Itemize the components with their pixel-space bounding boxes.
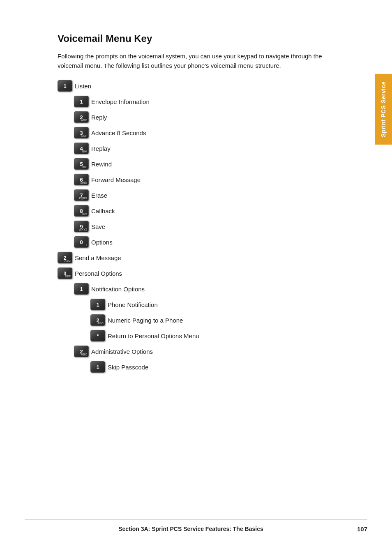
key-button: *	[90, 330, 105, 341]
menu-label: Return to Personal Options Menu	[108, 332, 199, 339]
menu-label: Options	[91, 239, 113, 246]
menu-item: 2ABCReply	[74, 111, 367, 123]
menu-label: Personal Options	[75, 270, 122, 277]
menu-item: 3DEFPersonal Options	[58, 268, 367, 279]
menu-item: 2ABCSend a Message	[58, 252, 367, 263]
key-button: 2ABC	[58, 252, 72, 263]
key-button: 8TUV	[74, 205, 89, 217]
key-main: *	[97, 333, 99, 339]
key-button: 2ABC	[90, 314, 105, 326]
key-button: 0+	[74, 236, 89, 248]
key-main: 0	[80, 240, 83, 245]
footer: Section 3A: Sprint PCS Service Features:…	[25, 519, 367, 533]
menu-label: Send a Message	[75, 254, 121, 261]
key-button: 1	[74, 283, 89, 295]
menu-item: 6MNOForward Message	[74, 174, 367, 185]
menu-list: 1Listen1Envelope Information2ABCReply3DE…	[58, 80, 367, 373]
key-sub: DEF	[65, 275, 71, 278]
key-main: 1	[80, 99, 83, 104]
menu-label: Listen	[75, 83, 91, 90]
menu-item: 0+Options	[74, 236, 367, 248]
key-button: 1	[90, 299, 105, 310]
key-button: 9WXYZ	[74, 221, 89, 232]
key-sub: JKL	[82, 166, 87, 168]
menu-label: Forward Message	[91, 176, 141, 183]
menu-item: 9WXYZSave	[74, 221, 367, 232]
key-sub: +	[85, 244, 87, 247]
menu-label: Administrative Options	[91, 348, 153, 355]
key-main: 1	[96, 364, 99, 370]
key-sub: GHI	[82, 150, 87, 153]
menu-item: 1Skip Passcode	[90, 361, 367, 373]
key-main: 1	[80, 286, 83, 292]
key-button: 1	[90, 361, 105, 373]
menu-label: Rewind	[91, 161, 112, 168]
menu-label: Reply	[91, 114, 107, 121]
menu-label: Save	[91, 223, 105, 230]
menu-label: Replay	[91, 145, 111, 152]
key-button: 6MNO	[74, 174, 89, 185]
menu-label: Notification Options	[91, 286, 145, 293]
intro-text: Following the prompts on the voicemail s…	[58, 52, 337, 70]
page-container: Sprint PCS Service Voicemail Menu Key Fo…	[0, 0, 392, 549]
key-button: 7PQRS	[74, 189, 89, 201]
menu-item: *Return to Personal Options Menu	[90, 330, 367, 341]
menu-label: Numeric Paging to a Phone	[108, 317, 183, 324]
menu-label: Advance 8 Seconds	[91, 129, 146, 136]
key-button: 1	[58, 80, 72, 92]
menu-item: 4GHIReplay	[74, 143, 367, 154]
menu-label: Envelope Information	[91, 98, 150, 105]
key-button: 3DEF	[74, 127, 89, 138]
page-number: 107	[357, 526, 367, 533]
menu-item: 7PQRSErase	[74, 189, 367, 201]
key-sub: ABC	[65, 259, 71, 262]
menu-item: 1Listen	[58, 80, 367, 92]
menu-item: 1Envelope Information	[74, 96, 367, 107]
menu-label: Skip Passcode	[108, 364, 148, 371]
menu-label: Phone Notification	[108, 301, 158, 308]
menu-item: 2ABCAdministrative Options	[74, 346, 367, 357]
key-main: 1	[96, 302, 99, 307]
key-sub: ABC	[81, 119, 87, 122]
footer-text: Section 3A: Sprint PCS Service Features:…	[118, 526, 263, 532]
key-main: 1	[63, 83, 66, 89]
key-button: 1	[74, 96, 89, 107]
sidebar-tab: Sprint PCS Service	[375, 74, 392, 145]
key-sub: WXYZ	[79, 228, 87, 231]
key-button: 5JKL	[74, 158, 89, 170]
key-sub: PQRS	[79, 197, 87, 200]
page-title: Voicemail Menu Key	[58, 33, 367, 44]
key-button: 2ABC	[74, 346, 89, 357]
menu-item: 5JKLRewind	[74, 158, 367, 170]
key-button: 2ABC	[74, 111, 89, 123]
key-sub: MNO	[81, 181, 87, 184]
key-button: 4GHI	[74, 143, 89, 154]
menu-label: Erase	[91, 192, 107, 199]
menu-item: 1Notification Options	[74, 283, 367, 295]
key-sub: ABC	[81, 353, 87, 356]
menu-item: 2ABCNumeric Paging to a Phone	[90, 314, 367, 326]
key-sub: TUV	[81, 212, 87, 215]
menu-label: Callback	[91, 208, 115, 215]
key-button: 3DEF	[58, 268, 72, 279]
sidebar-label: Sprint PCS Service	[380, 81, 387, 137]
menu-item: 8TUVCallback	[74, 205, 367, 217]
menu-item: 3DEFAdvance 8 Seconds	[74, 127, 367, 138]
key-sub: DEF	[81, 134, 87, 137]
menu-item: 1Phone Notification	[90, 299, 367, 310]
key-sub: ABC	[97, 322, 104, 325]
